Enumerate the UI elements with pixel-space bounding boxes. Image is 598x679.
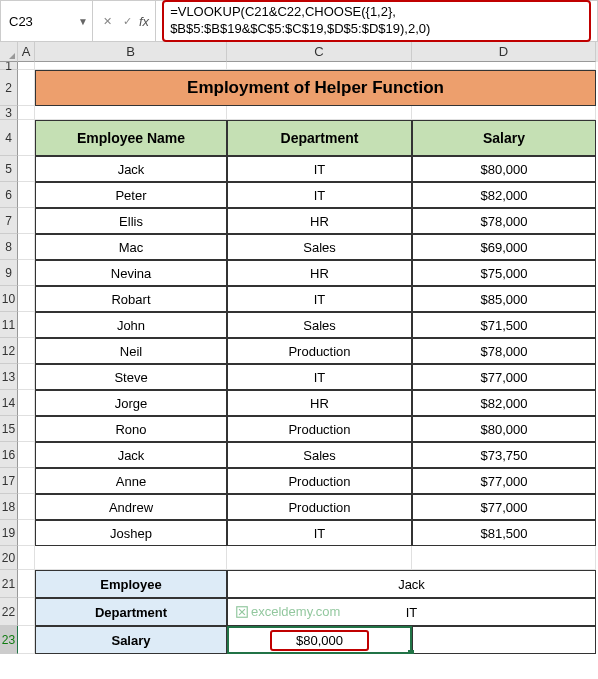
row-header[interactable]: 14 (0, 390, 18, 416)
fx-icon[interactable]: fx (139, 14, 149, 29)
header-employee[interactable]: Employee Name (35, 120, 227, 156)
table-cell-salary[interactable]: $85,000 (412, 286, 596, 312)
title-cell[interactable]: Employment of Helper Function (35, 70, 596, 106)
table-cell-salary[interactable]: $80,000 (412, 156, 596, 182)
table-cell-dept[interactable]: Sales (227, 234, 412, 260)
cell[interactable] (18, 156, 35, 182)
name-box[interactable]: C23 ▼ (1, 1, 93, 41)
row-header[interactable]: 17 (0, 468, 18, 494)
cell[interactable] (18, 286, 35, 312)
cell[interactable] (18, 338, 35, 364)
cell[interactable] (18, 62, 35, 70)
cell[interactable] (18, 494, 35, 520)
row-header[interactable]: 15 (0, 416, 18, 442)
cell[interactable] (18, 234, 35, 260)
row-header[interactable]: 8 (0, 234, 18, 260)
row-header[interactable]: 2 (0, 70, 18, 106)
table-cell-salary[interactable]: $82,000 (412, 390, 596, 416)
cell[interactable] (18, 390, 35, 416)
cell[interactable] (18, 70, 35, 106)
cell[interactable] (18, 546, 35, 570)
row-header[interactable]: 3 (0, 106, 18, 120)
table-cell-dept[interactable]: Production (227, 468, 412, 494)
cell[interactable] (18, 208, 35, 234)
cell[interactable] (18, 364, 35, 390)
table-cell-dept[interactable]: IT (227, 286, 412, 312)
cell[interactable] (412, 106, 596, 120)
row-header[interactable]: 9 (0, 260, 18, 286)
cell[interactable] (18, 182, 35, 208)
table-cell-salary[interactable]: $80,000 (412, 416, 596, 442)
row-header[interactable]: 16 (0, 442, 18, 468)
table-cell-salary[interactable]: $78,000 (412, 338, 596, 364)
table-cell-salary[interactable]: $82,000 (412, 182, 596, 208)
cell[interactable] (18, 312, 35, 338)
row-header[interactable]: 20 (0, 546, 18, 570)
cell[interactable] (35, 106, 227, 120)
cell[interactable] (18, 468, 35, 494)
table-cell-name[interactable]: Joshep (35, 520, 227, 546)
table-cell-name[interactable]: Mac (35, 234, 227, 260)
table-cell-salary[interactable]: $71,500 (412, 312, 596, 338)
table-cell-name[interactable]: Rono (35, 416, 227, 442)
cell[interactable] (227, 546, 412, 570)
table-cell-salary[interactable]: $77,000 (412, 468, 596, 494)
lookup-salary-label[interactable]: Salary (35, 626, 227, 654)
table-cell-name[interactable]: Ellis (35, 208, 227, 234)
table-cell-name[interactable]: Andrew (35, 494, 227, 520)
cell[interactable] (18, 416, 35, 442)
header-salary[interactable]: Salary (412, 120, 596, 156)
table-cell-salary[interactable]: $73,750 (412, 442, 596, 468)
table-cell-dept[interactable]: IT (227, 156, 412, 182)
cell[interactable] (18, 106, 35, 120)
table-cell-dept[interactable]: Sales (227, 442, 412, 468)
table-cell-name[interactable]: John (35, 312, 227, 338)
cell[interactable] (35, 546, 227, 570)
table-cell-name[interactable]: Robart (35, 286, 227, 312)
cell[interactable] (227, 106, 412, 120)
lookup-salary-value[interactable]: $80,000 (227, 626, 412, 654)
table-cell-dept[interactable]: IT (227, 520, 412, 546)
cell[interactable] (18, 570, 35, 598)
table-cell-salary[interactable]: $75,000 (412, 260, 596, 286)
table-cell-salary[interactable]: $69,000 (412, 234, 596, 260)
col-header-a[interactable]: A (18, 42, 35, 62)
row-header[interactable]: 23 (0, 626, 18, 654)
formula-input[interactable]: =VLOOKUP(C21&C22,CHOOSE({1,2}, $B$5:$B$1… (156, 1, 597, 41)
row-header[interactable]: 21 (0, 570, 18, 598)
cell[interactable] (412, 62, 596, 70)
row-header[interactable]: 22 (0, 598, 18, 626)
select-all-button[interactable] (0, 42, 18, 62)
cell[interactable] (35, 62, 227, 70)
cell[interactable] (18, 626, 35, 654)
row-header[interactable]: 11 (0, 312, 18, 338)
cell[interactable] (18, 260, 35, 286)
table-cell-name[interactable]: Jack (35, 442, 227, 468)
col-header-b[interactable]: B (35, 42, 227, 62)
table-cell-name[interactable]: Peter (35, 182, 227, 208)
table-cell-name[interactable]: Steve (35, 364, 227, 390)
table-cell-dept[interactable]: HR (227, 208, 412, 234)
row-header[interactable]: 12 (0, 338, 18, 364)
cell[interactable] (18, 442, 35, 468)
row-header[interactable]: 5 (0, 156, 18, 182)
header-department[interactable]: Department (227, 120, 412, 156)
table-cell-name[interactable]: Jack (35, 156, 227, 182)
table-cell-dept[interactable]: Production (227, 494, 412, 520)
table-cell-dept[interactable]: IT (227, 182, 412, 208)
check-icon[interactable]: ✓ (119, 13, 135, 29)
cell[interactable] (412, 626, 596, 654)
table-cell-dept[interactable]: IT (227, 364, 412, 390)
lookup-employee-value[interactable]: Jack (227, 570, 596, 598)
table-cell-name[interactable]: Neil (35, 338, 227, 364)
table-cell-name[interactable]: Anne (35, 468, 227, 494)
table-cell-salary[interactable]: $77,000 (412, 494, 596, 520)
table-cell-name[interactable]: Jorge (35, 390, 227, 416)
cell[interactable] (18, 598, 35, 626)
row-header[interactable]: 4 (0, 120, 18, 156)
table-cell-dept[interactable]: Production (227, 338, 412, 364)
lookup-employee-label[interactable]: Employee (35, 570, 227, 598)
lookup-department-value[interactable]: IT (227, 598, 596, 626)
cell[interactable] (412, 546, 596, 570)
row-header[interactable]: 6 (0, 182, 18, 208)
